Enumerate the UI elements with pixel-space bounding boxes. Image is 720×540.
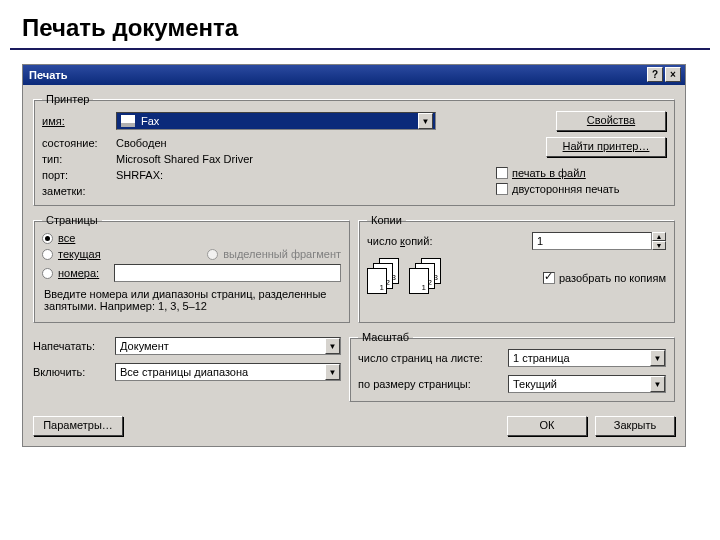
chevron-down-icon: ▼ <box>325 364 340 380</box>
chevron-down-icon: ▼ <box>418 113 433 129</box>
per-sheet-combo[interactable]: 1 страница ▼ <box>508 349 666 367</box>
print-what-value: Документ <box>120 340 169 352</box>
collate-label: разобрать по копиям <box>559 272 666 284</box>
pages-all-label: все <box>58 232 75 244</box>
pages-hint: Введите номера или диапазоны страниц, ра… <box>42 284 341 314</box>
pages-current-radio[interactable] <box>42 249 53 260</box>
pages-group: Страницы все текущая выделенный фрагмент… <box>33 214 350 323</box>
pages-selection-label: выделенный фрагмент <box>223 248 341 260</box>
state-label: состояние: <box>42 137 116 149</box>
duplex-label: двусторонняя печать <box>512 183 619 195</box>
notes-label: заметки: <box>42 185 116 197</box>
include-label: Включить: <box>33 366 115 378</box>
per-sheet-label: число страниц на листе: <box>358 352 508 364</box>
print-what-label: Напечатать: <box>33 340 115 352</box>
print-to-file-checkbox[interactable] <box>496 167 508 179</box>
title-rule <box>10 48 710 50</box>
chevron-down-icon: ▼ <box>325 338 340 354</box>
copies-group: Копии число копий: ▲ ▼ 3 2 <box>358 214 675 323</box>
printer-name-value: Fax <box>141 115 159 127</box>
copies-input[interactable] <box>532 232 652 250</box>
chevron-down-icon: ▼ <box>650 350 665 366</box>
properties-button[interactable]: Свойства <box>556 111 666 131</box>
include-combo[interactable]: Все страницы диапазона ▼ <box>115 363 341 381</box>
options-label: Параметры… <box>43 419 113 431</box>
copies-legend: Копии <box>367 214 406 226</box>
printer-legend: Принтер <box>42 93 93 105</box>
ok-label: ОК <box>540 419 555 431</box>
chevron-down-icon: ▼ <box>650 376 665 392</box>
include-value: Все страницы диапазона <box>120 366 248 378</box>
scale-legend: Масштаб <box>358 331 413 343</box>
pages-all-radio[interactable] <box>42 233 53 244</box>
copies-spin[interactable]: ▲ ▼ <box>532 232 666 250</box>
collate-checkbox[interactable] <box>543 272 555 284</box>
ok-button[interactable]: ОК <box>507 416 587 436</box>
pages-numbers-input[interactable] <box>114 264 341 282</box>
printer-icon <box>121 115 135 127</box>
duplex-checkbox[interactable] <box>496 183 508 195</box>
titlebar: Печать ? × <box>23 65 685 85</box>
scale-group: Масштаб число страниц на листе: 1 страни… <box>349 331 675 402</box>
copies-count-label: число копий: <box>367 235 497 247</box>
fit-value: Текущий <box>513 378 557 390</box>
fit-label: по размеру страницы: <box>358 378 508 390</box>
find-printer-button[interactable]: Найти принтер… <box>546 137 666 157</box>
port-label: порт: <box>42 169 116 181</box>
close-button[interactable]: Закрыть <box>595 416 675 436</box>
options-button[interactable]: Параметры… <box>33 416 123 436</box>
mini-page: 1 <box>367 268 387 294</box>
port-value: SHRFAX: <box>116 169 163 181</box>
help-button[interactable]: ? <box>647 67 663 82</box>
state-value: Свободен <box>116 137 167 149</box>
pages-current-label: текущая <box>58 248 101 260</box>
type-label: тип: <box>42 153 116 165</box>
fit-combo[interactable]: Текущий ▼ <box>508 375 666 393</box>
type-value: Microsoft Shared Fax Driver <box>116 153 253 165</box>
mini-page: 1 <box>409 268 429 294</box>
collate-illustration-1: 3 2 1 <box>367 258 409 298</box>
print-what-combo[interactable]: Документ ▼ <box>115 337 341 355</box>
pages-numbers-radio[interactable] <box>42 268 53 279</box>
slide-title: Печать документа <box>0 0 720 48</box>
dialog-title: Печать <box>29 69 67 81</box>
print-to-file-label: печать в файл <box>512 167 586 179</box>
spin-down-icon[interactable]: ▼ <box>652 241 666 250</box>
printer-name-select[interactable]: Fax ▼ <box>116 112 436 130</box>
printer-name-label: имя: <box>42 115 116 127</box>
printer-group: Принтер имя: Fax ▼ Свойства <box>33 93 675 206</box>
print-dialog: Печать ? × Принтер имя: Fax ▼ Свойс <box>22 64 686 447</box>
pages-legend: Страницы <box>42 214 102 226</box>
spin-up-icon[interactable]: ▲ <box>652 232 666 241</box>
per-sheet-value: 1 страница <box>513 352 570 364</box>
collate-illustration-2: 3 2 1 <box>409 258 451 298</box>
close-label: Закрыть <box>614 419 656 431</box>
find-printer-label: Найти принтер… <box>563 140 650 152</box>
pages-numbers-label: номера: <box>58 267 114 279</box>
close-x-button[interactable]: × <box>665 67 681 82</box>
pages-selection-radio <box>207 249 218 260</box>
properties-label: Свойства <box>587 114 635 126</box>
